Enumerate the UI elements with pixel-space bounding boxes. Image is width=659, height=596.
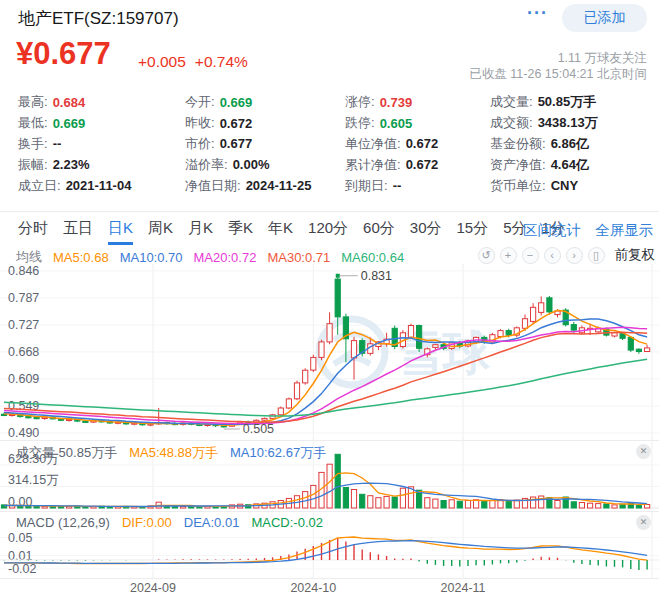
- stats-column: 成交量: 50.85万手成交额: 3438.13万基金份额: 6.86亿资产净值…: [490, 92, 598, 196]
- stat-label: 最低:: [18, 114, 48, 132]
- divider: [0, 211, 659, 212]
- legend-item: MACD:-0.02: [251, 515, 323, 530]
- tab-分时[interactable]: 分时: [18, 219, 48, 242]
- macd-panel-close-icon[interactable]: ✕: [636, 515, 651, 530]
- stat-label: 单位净值:: [345, 135, 401, 153]
- stat-label: 振幅:: [18, 156, 48, 174]
- svg-text:0.505: 0.505: [243, 422, 274, 436]
- stat-item: 市价: 0.677: [185, 134, 311, 155]
- svg-text:0.609: 0.609: [8, 372, 39, 386]
- zoom-out-icon[interactable]: −: [522, 247, 539, 264]
- stat-item: 单位净值: 0.672: [345, 134, 438, 155]
- stat-value: 4.64亿: [551, 156, 589, 174]
- link-全屏显示[interactable]: 全屏显示: [595, 221, 653, 240]
- adjust-mode-label[interactable]: 前复权: [615, 246, 656, 264]
- tab-季K[interactable]: 季K: [228, 219, 253, 242]
- tab-日K[interactable]: 日K: [108, 219, 133, 245]
- stat-value: 2021-11-04: [66, 178, 132, 193]
- stats-column: 涨停: 0.739跌停: 0.605单位净值: 0.672累计净值: 0.672…: [345, 92, 438, 196]
- legend-title: 均线: [16, 248, 42, 266]
- undo-icon[interactable]: ↺: [478, 247, 495, 264]
- added-button[interactable]: 已添加: [562, 4, 647, 32]
- legend-item: MA30:0.71: [267, 250, 330, 265]
- kline-chart[interactable]: 0.8460.7870.7270.6680.6090.5490.490628.3…: [0, 0, 659, 596]
- stat-label: 资产净值:: [490, 156, 546, 174]
- stat-value: 0.669: [220, 95, 253, 110]
- stat-label: 基金份额:: [490, 135, 546, 153]
- stat-label: 累计净值:: [345, 156, 401, 174]
- legend-item: MA5:48.88万手: [129, 444, 218, 462]
- stat-label: 最高:: [18, 93, 48, 111]
- legend-item: MA10:0.70: [120, 250, 183, 265]
- legend-item: DEA:0.01: [184, 515, 240, 530]
- stat-value: 0.605: [380, 116, 413, 131]
- stat-value: 2024-11-25: [246, 178, 312, 193]
- legend-item: MA20:0.72: [194, 250, 257, 265]
- period-tabs: 分时五日日K周K月K季K年K120分60分30分15分5分1分: [18, 219, 565, 244]
- stat-item: 跌停: 0.605: [345, 113, 438, 134]
- stat-value: 2.23%: [53, 157, 90, 172]
- stat-item: 成立日: 2021-11-04: [18, 175, 131, 196]
- mobile-icon[interactable]: ▯: [588, 247, 605, 264]
- stats-column: 今开: 0.669昨收: 0.672市价: 0.677溢价率: 0.00%净值日…: [185, 92, 311, 196]
- stat-item: 成交额: 3438.13万: [490, 113, 598, 134]
- legend-item: DIF:0.00: [122, 515, 172, 530]
- zoom-in-icon[interactable]: +: [500, 247, 517, 264]
- etf-quote-page: 0.8460.7870.7270.6680.6090.5490.490628.3…: [0, 0, 659, 596]
- svg-text:2024-10: 2024-10: [290, 581, 336, 595]
- stat-label: 成交额:: [490, 114, 533, 132]
- tab-周K[interactable]: 周K: [148, 219, 173, 242]
- legend-item: MACD (12,26,9): [16, 515, 110, 530]
- stat-item: 到期日: --: [345, 175, 438, 196]
- tab-月K[interactable]: 月K: [188, 219, 213, 242]
- stat-value: CNY: [551, 178, 578, 193]
- stat-item: 基金份额: 6.86亿: [490, 134, 598, 155]
- legend-item: MA60:0.64: [341, 250, 404, 265]
- stat-value: 0.672: [406, 157, 439, 172]
- tab-60分[interactable]: 60分: [363, 219, 395, 242]
- followers-count: 1.11 万球友关注: [558, 50, 647, 67]
- market-status: 已收盘 11-26 15:04:21 北京时间: [469, 66, 647, 83]
- stat-value: --: [53, 136, 62, 151]
- link-区间统计[interactable]: 区间统计: [523, 221, 581, 240]
- volume-panel-close-icon[interactable]: ✕: [636, 444, 651, 459]
- current-price: ¥0.677: [16, 36, 111, 72]
- stat-label: 昨收:: [185, 114, 215, 132]
- stat-item: 涨停: 0.739: [345, 92, 438, 113]
- svg-text:-0.02: -0.02: [8, 562, 37, 576]
- svg-text:0.787: 0.787: [8, 291, 39, 305]
- chart-canvas[interactable]: 0.8460.7870.7270.6680.6090.5490.490628.3…: [0, 0, 659, 596]
- tab-年K[interactable]: 年K: [268, 219, 293, 242]
- tab-30分[interactable]: 30分: [410, 219, 442, 242]
- stat-label: 今开:: [185, 93, 215, 111]
- more-options-icon[interactable]: ···: [521, 2, 554, 25]
- svg-text:2024-11: 2024-11: [441, 581, 486, 595]
- stat-value: --: [393, 178, 402, 193]
- tab-五日[interactable]: 五日: [63, 219, 93, 242]
- tab-120分[interactable]: 120分: [308, 219, 348, 242]
- stat-item: 成交量: 50.85万手: [490, 92, 598, 113]
- stat-label: 成立日:: [18, 177, 61, 195]
- svg-text:0.490: 0.490: [8, 426, 39, 440]
- legend-item: 成交量 50.85万手: [16, 444, 117, 462]
- chart-links: 区间统计全屏显示: [523, 221, 653, 240]
- svg-text:0.727: 0.727: [8, 318, 39, 332]
- tab-15分[interactable]: 15分: [456, 219, 488, 242]
- stat-value: 0.672: [406, 136, 439, 151]
- svg-text:0.846: 0.846: [8, 264, 39, 278]
- stat-label: 净值日期:: [185, 177, 241, 195]
- svg-text:2024-09: 2024-09: [130, 581, 176, 595]
- pan-right-icon[interactable]: ›: [566, 247, 583, 264]
- stat-label: 成交量:: [490, 93, 533, 111]
- stat-label: 货币单位:: [490, 177, 546, 195]
- stat-value: 0.00%: [233, 157, 270, 172]
- stat-item: 累计净值: 0.672: [345, 154, 438, 175]
- price-change: +0.005: [138, 53, 186, 71]
- pan-left-icon[interactable]: ‹: [544, 247, 561, 264]
- svg-text:314.15万: 314.15万: [8, 473, 59, 487]
- stat-value: 6.86亿: [551, 135, 589, 153]
- stat-label: 涨停:: [345, 93, 375, 111]
- legend-item: MA5:0.68: [53, 250, 109, 265]
- stat-item: 货币单位: CNY: [490, 175, 598, 196]
- macd-legend: MACD (12,26,9)DIF:0.00DEA:0.01MACD:-0.02: [16, 515, 323, 530]
